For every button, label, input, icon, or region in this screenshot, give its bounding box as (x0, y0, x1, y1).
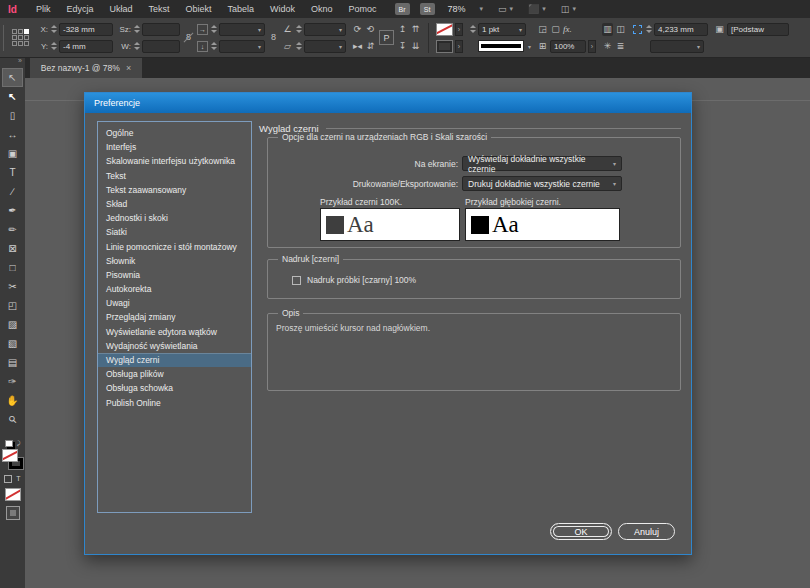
page-tool[interactable]: ▯ (2, 106, 23, 125)
direct-selection-tool[interactable]: ↖ (2, 87, 23, 106)
gradient-tool[interactable]: ▨ (2, 315, 23, 334)
sidebar-item-uwagi[interactable]: Uwagi (98, 296, 251, 310)
menu-uklad[interactable]: Układ (101, 4, 140, 14)
rotation-stepper[interactable] (295, 25, 302, 33)
gutter-input[interactable]: 4,233 mm (654, 23, 708, 36)
opacity-more-button[interactable]: › (588, 40, 596, 53)
span-columns-icon[interactable]: ✳ (602, 40, 613, 53)
y-input[interactable]: -4 mm (59, 40, 113, 53)
apply-none-swatch[interactable] (5, 488, 21, 501)
stroke-color-swatch[interactable] (436, 23, 453, 36)
proxy-cell[interactable] (24, 41, 29, 46)
sidebar-item-tekst-zaawansowany[interactable]: Tekst zaawansowany (98, 183, 251, 197)
sidebar-item-edytor-watkow[interactable]: Wyświetlanie edytora wątków (98, 325, 251, 339)
scale-x-stepper[interactable] (210, 25, 217, 33)
tools-collapse-icon[interactable]: » (0, 57, 25, 68)
constrain-scale-link-icon[interactable]: 8 (268, 31, 279, 44)
sidebar-item-ogolne[interactable]: Ogólne (98, 126, 251, 140)
menu-tekst[interactable]: Tekst (140, 4, 177, 14)
overprint-checkbox-row[interactable]: Nadruk próbki [czarny] 100% (292, 275, 416, 285)
default-fill-stroke-icon[interactable] (5, 440, 13, 447)
shear-select[interactable]: ▾ (304, 40, 346, 53)
rotate-ccw-button[interactable]: ⟲ (365, 23, 376, 36)
stroke-style-select[interactable] (478, 40, 524, 52)
sidebar-item-skalowanie[interactable]: Skalowanie interfejsu użytkownika (98, 154, 251, 168)
screen-mode-button[interactable]: ⬛ ▾ (528, 4, 546, 14)
height-input[interactable] (142, 40, 180, 53)
opacity-input[interactable]: 100% (550, 40, 586, 53)
menu-tabela[interactable]: Tabela (219, 4, 262, 14)
scale-y-select[interactable]: ▾ (219, 40, 265, 53)
content-collector-tool[interactable]: ▣ (2, 144, 23, 163)
shear-stepper[interactable] (295, 42, 302, 50)
y-stepper[interactable] (50, 42, 57, 50)
sidebar-item-interfejs[interactable]: Interfejs (98, 140, 251, 154)
sidebar-item-przegladaj-zmiany[interactable]: Przeglądaj zmiany (98, 310, 251, 324)
printing-select[interactable]: Drukuj dokładnie wszystkie czernie ▾ (462, 176, 622, 191)
column-split-icon[interactable]: ◫ (615, 23, 626, 36)
line-tool[interactable]: ∕ (2, 182, 23, 201)
proxy-cell[interactable] (12, 35, 17, 40)
bridge-badge[interactable]: Br (395, 3, 410, 15)
stock-badge[interactable]: St (420, 3, 435, 15)
x-input[interactable]: -328 mm (59, 23, 113, 36)
sidebar-item-obsluga-plikow[interactable]: Obsługa plików (98, 367, 251, 381)
proxy-cell[interactable] (18, 29, 23, 34)
gap-tool[interactable]: ↔ (2, 125, 23, 144)
zoom-tool[interactable]: ⚲ (2, 410, 23, 429)
gradient-feather-tool[interactable]: ▧ (2, 334, 23, 353)
proxy-cell[interactable] (18, 41, 23, 46)
sidebar-item-autokorekta[interactable]: Autokorekta (98, 282, 251, 296)
width-input[interactable] (142, 23, 180, 36)
onscreen-select[interactable]: Wyświetlaj dokładnie wszystkie czernie ▾ (462, 156, 622, 171)
pen-tool[interactable]: ✒ (2, 201, 23, 220)
formatting-affects-text-icon[interactable]: T (16, 475, 20, 482)
pencil-tool[interactable]: ✏ (2, 220, 23, 239)
corner-options-icon[interactable]: ◲ (537, 23, 548, 36)
sidebar-item-publish-online[interactable]: Publish Online (98, 396, 251, 410)
menu-obiekt[interactable]: Obiekt (177, 4, 219, 14)
free-transform-tool[interactable]: ◰ (2, 296, 23, 315)
rectangle-tool[interactable]: □ (2, 258, 23, 277)
fill-color-more-button[interactable]: › (455, 40, 463, 53)
sidebar-item-sklad[interactable]: Skład (98, 197, 251, 211)
document-tab[interactable]: Bez nazwy-1 @ 78% × (30, 57, 142, 78)
flip-horizontal-button[interactable]: ▸◂ (352, 40, 363, 53)
note-tool[interactable]: ▤ (2, 353, 23, 372)
constrain-dimensions-icon[interactable]: 8 (183, 31, 194, 44)
distribute-down-button[interactable]: ⇊ (410, 40, 421, 53)
document-presets-button[interactable]: ▭ ▾ (498, 4, 513, 14)
fill-swatch-none[interactable] (2, 449, 18, 462)
menu-okno[interactable]: Okno (303, 4, 341, 14)
menu-widok[interactable]: Widok (262, 4, 303, 14)
frame-tool[interactable]: ⊠ (2, 239, 23, 258)
corner-shape-icon[interactable]: ▢ (550, 23, 561, 36)
proxy-cell[interactable] (12, 29, 17, 34)
height-stepper[interactable] (133, 42, 140, 50)
text-frame-options-icon[interactable]: ≣ (615, 40, 626, 53)
proxy-cell-selected[interactable] (24, 29, 29, 34)
object-style-select[interactable]: [Podstaw (727, 23, 789, 36)
control-bar-grip[interactable] (3, 25, 4, 51)
sidebar-item-siatki[interactable]: Siatki (98, 225, 251, 239)
rotate-cw-button[interactable]: ⟳ (352, 23, 363, 36)
reference-point-proxy[interactable] (12, 29, 29, 46)
hand-tool[interactable]: ✋ (2, 391, 23, 410)
align-bottom-button[interactable]: ↧ (397, 40, 408, 53)
fill-color-swatch[interactable] (436, 40, 453, 53)
screen-mode-toggle-icon[interactable] (6, 506, 20, 520)
proxy-cell[interactable] (24, 35, 29, 40)
distribute-up-button[interactable]: ⇈ (410, 23, 421, 36)
rotation-select[interactable]: ▾ (304, 23, 346, 36)
eyedropper-tool[interactable]: ✑ (2, 372, 23, 391)
overprint-checkbox[interactable] (292, 276, 301, 285)
sidebar-item-tekst[interactable]: Tekst (98, 169, 251, 183)
gutter-unit-select[interactable]: ▾ (650, 40, 704, 53)
effects-fx-button[interactable]: fx. (563, 24, 572, 34)
proxy-cell[interactable] (18, 35, 23, 40)
columns-icon[interactable]: ▥ (602, 23, 613, 36)
scale-y-stepper[interactable] (210, 42, 217, 50)
zoom-level-select[interactable]: 78% (448, 4, 466, 14)
menu-edycja[interactable]: Edycja (58, 4, 101, 14)
x-stepper[interactable] (50, 25, 57, 33)
